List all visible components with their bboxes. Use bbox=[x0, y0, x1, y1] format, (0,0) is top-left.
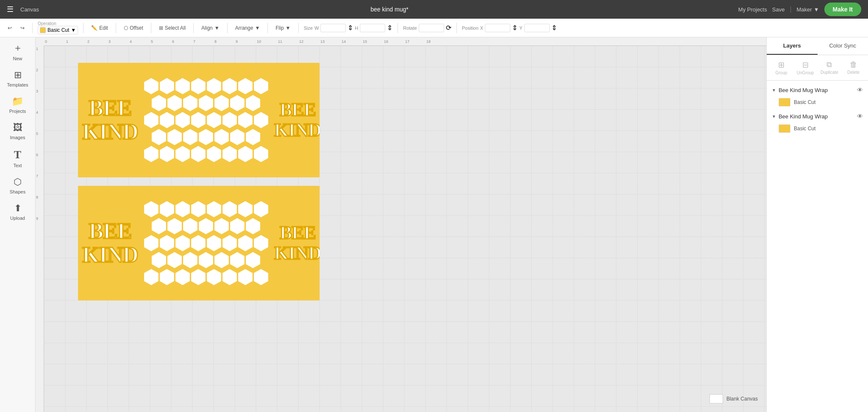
x-label: X bbox=[480, 25, 483, 31]
mug-wrap-2-inner: BEE KIND bbox=[78, 186, 320, 300]
canvas-area[interactable]: 0 1 2 3 4 5 6 7 8 9 10 11 12 13 14 15 16… bbox=[36, 37, 766, 412]
templates-icon: ⊞ bbox=[14, 70, 22, 81]
hex bbox=[214, 129, 229, 145]
main-area: ＋ New ⊞ Templates 📁 Projects 🖼 Images T … bbox=[0, 37, 868, 412]
layer-1-chevron-icon: ▼ bbox=[772, 88, 776, 92]
arrange-chevron-icon: ▼ bbox=[255, 25, 260, 31]
edit-button[interactable]: ✏️ Edit bbox=[89, 23, 111, 33]
duplicate-action[interactable]: ⧉ Duplicate bbox=[818, 59, 841, 77]
sidebar-item-images[interactable]: 🖼 Images bbox=[0, 118, 35, 144]
layer-thumbnail-2 bbox=[779, 124, 790, 133]
operation-chevron-icon: ▼ bbox=[71, 27, 76, 33]
y-input[interactable] bbox=[524, 24, 550, 32]
hex bbox=[254, 201, 268, 217]
toolbar-separator-1 bbox=[32, 23, 33, 33]
mug-text-bee-right-1: BEE bbox=[280, 101, 316, 119]
mug-text-kind-2: KIND bbox=[82, 244, 138, 266]
hex bbox=[191, 201, 206, 217]
layer-item-1[interactable]: Basic Cut bbox=[767, 96, 868, 109]
undo-button[interactable]: ↩ bbox=[5, 23, 14, 33]
delete-action[interactable]: 🗑 Delete bbox=[842, 59, 865, 77]
hex bbox=[167, 129, 182, 145]
hex bbox=[207, 269, 221, 285]
ruler-h-15: 15 bbox=[362, 39, 383, 44]
operation-select[interactable]: Basic Cut ▼ bbox=[38, 26, 78, 34]
duplicate-label: Duplicate bbox=[821, 70, 838, 75]
layer-2-eye-icon[interactable]: 👁 bbox=[857, 113, 863, 120]
hex bbox=[223, 146, 237, 162]
layer-group-1-header[interactable]: ▼ Bee Kind Mug Wrap 👁 bbox=[767, 84, 868, 96]
hex bbox=[254, 146, 268, 162]
sidebar-item-shapes[interactable]: ⬡ Shapes bbox=[0, 172, 35, 199]
align-button[interactable]: Align ▼ bbox=[199, 23, 222, 33]
select-all-button[interactable]: ⊞ Select All bbox=[156, 23, 188, 33]
redo-button[interactable]: ↪ bbox=[18, 23, 27, 33]
hex bbox=[144, 112, 159, 128]
maker-button[interactable]: Maker ▼ bbox=[797, 6, 819, 13]
layer-1-eye-icon[interactable]: 👁 bbox=[857, 87, 863, 93]
group-action[interactable]: ⊞ Group bbox=[770, 59, 793, 77]
sidebar-item-new[interactable]: ＋ New bbox=[0, 37, 35, 65]
ungroup-icon: ⊟ bbox=[802, 60, 809, 70]
tab-color-sync[interactable]: Color Sync bbox=[818, 37, 868, 55]
make-it-button[interactable]: Make It bbox=[824, 3, 861, 16]
redo-icon: ↪ bbox=[20, 25, 25, 31]
layer-group-2-header[interactable]: ▼ Bee Kind Mug Wrap 👁 bbox=[767, 110, 868, 122]
sidebar-item-templates[interactable]: ⊞ Templates bbox=[0, 65, 35, 92]
mug-wrap-2[interactable]: BEE KIND bbox=[78, 186, 320, 300]
sidebar-text-label: Text bbox=[13, 163, 22, 168]
ruler-v-9: 9 bbox=[36, 216, 44, 237]
y-arrows-icon: ⇕ bbox=[551, 24, 557, 32]
layer-thumbnail-1 bbox=[779, 98, 790, 107]
select-all-icon: ⊞ bbox=[159, 25, 163, 31]
sidebar-item-projects[interactable]: 📁 Projects bbox=[0, 92, 35, 118]
ruler-h-7: 7 bbox=[192, 39, 214, 44]
size-label: Size bbox=[304, 25, 313, 31]
ungroup-action[interactable]: ⊟ UnGroup bbox=[794, 59, 817, 77]
hex bbox=[238, 112, 253, 128]
hex bbox=[254, 112, 268, 128]
ruler-h-6: 6 bbox=[171, 39, 192, 44]
mug-text-kind-right-1: KIND bbox=[274, 121, 320, 140]
rotate-input[interactable] bbox=[419, 24, 444, 32]
my-projects-link[interactable]: My Projects bbox=[738, 6, 767, 13]
x-input[interactable] bbox=[485, 24, 510, 32]
operation-group: Operation Basic Cut ▼ bbox=[38, 22, 78, 34]
group-icon: ⊞ bbox=[778, 60, 785, 70]
ruler-corner bbox=[36, 37, 44, 46]
hex bbox=[223, 112, 237, 128]
hex bbox=[191, 269, 206, 285]
offset-button[interactable]: ⬡ Offset bbox=[121, 23, 146, 33]
flip-button[interactable]: Flip ▼ bbox=[273, 23, 293, 33]
arrange-button[interactable]: Arrange ▼ bbox=[233, 23, 263, 33]
hex bbox=[152, 252, 166, 268]
mug-text-left-1: BEE KIND bbox=[78, 63, 142, 177]
layer-item-2[interactable]: Basic Cut bbox=[767, 122, 868, 135]
position-group: Position X ⇕ Y ⇕ bbox=[462, 24, 557, 32]
position-label: Position bbox=[462, 25, 479, 31]
ruler-v-5: 5 bbox=[36, 131, 44, 152]
hex-row-2-3 bbox=[144, 235, 268, 251]
hex bbox=[160, 235, 174, 251]
canvas-content[interactable]: BEE KIND bbox=[44, 46, 766, 412]
tab-layers[interactable]: Layers bbox=[767, 37, 818, 55]
ruler-h-5: 5 bbox=[150, 39, 171, 44]
height-input[interactable] bbox=[360, 24, 385, 32]
hex bbox=[144, 78, 159, 94]
sidebar-item-upload[interactable]: ⬆ Upload bbox=[0, 199, 35, 225]
hex bbox=[214, 95, 229, 111]
upload-icon: ⬆ bbox=[14, 203, 22, 214]
ruler-v-4: 4 bbox=[36, 109, 44, 131]
ruler-v-3: 3 bbox=[36, 88, 44, 109]
left-sidebar: ＋ New ⊞ Templates 📁 Projects 🖼 Images T … bbox=[0, 37, 36, 412]
width-input[interactable] bbox=[320, 24, 346, 32]
save-link[interactable]: Save bbox=[772, 6, 785, 13]
menu-icon[interactable]: ☰ bbox=[7, 5, 14, 14]
toolbar-separator-8 bbox=[298, 23, 299, 33]
mug-wrap-1[interactable]: BEE KIND bbox=[78, 63, 320, 177]
mug-text-bee-2: BEE bbox=[89, 220, 131, 242]
hex bbox=[160, 112, 174, 128]
ruler-h-9: 9 bbox=[235, 39, 256, 44]
hex bbox=[167, 218, 182, 234]
sidebar-item-text[interactable]: T Text bbox=[0, 144, 35, 172]
